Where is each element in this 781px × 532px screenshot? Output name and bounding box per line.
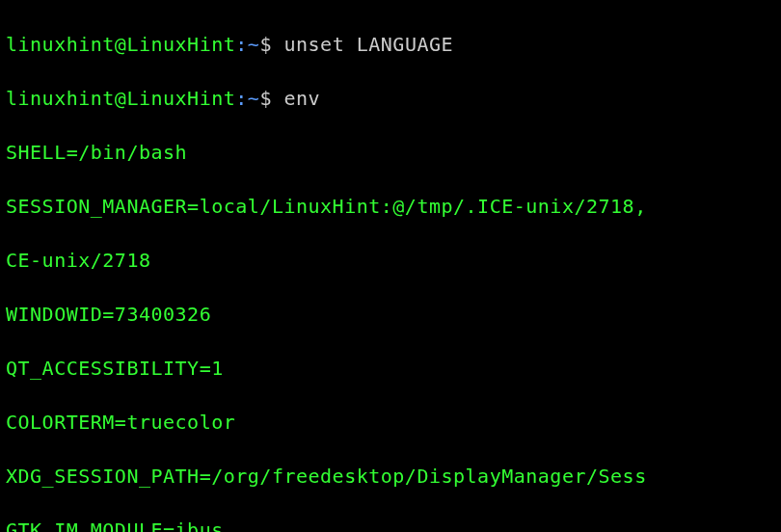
prompt-separator: : [235,87,248,110]
prompt-path: ~ [248,87,260,110]
command-input: env [283,87,320,110]
prompt-separator: : [235,33,248,56]
env-line: WINDOWID=73400326 [6,301,775,328]
prompt-symbol: $ [259,33,283,56]
env-line: GTK_IM_MODULE=ibus [6,517,775,532]
env-line: COLORTERM=truecolor [6,409,775,436]
prompt-line-2: linuxhint@LinuxHint:~$ env [6,85,775,112]
prompt-line-1: linuxhint@LinuxHint:~$ unset LANGUAGE [6,31,775,58]
env-line: SHELL=/bin/bash [6,139,775,166]
env-line: QT_ACCESSIBILITY=1 [6,355,775,382]
prompt-symbol: $ [259,87,283,110]
prompt-user-host: linuxhint@LinuxHint [6,33,235,56]
terminal-output[interactable]: linuxhint@LinuxHint:~$ unset LANGUAGE li… [6,4,775,532]
prompt-user-host: linuxhint@LinuxHint [6,87,235,110]
command-input: unset LANGUAGE [283,33,453,56]
env-line: CE-unix/2718 [6,247,775,274]
prompt-path: ~ [248,33,260,56]
env-line: XDG_SESSION_PATH=/org/freedesktop/Displa… [6,463,775,490]
env-line: SESSION_MANAGER=local/LinuxHint:@/tmp/.I… [6,193,775,220]
